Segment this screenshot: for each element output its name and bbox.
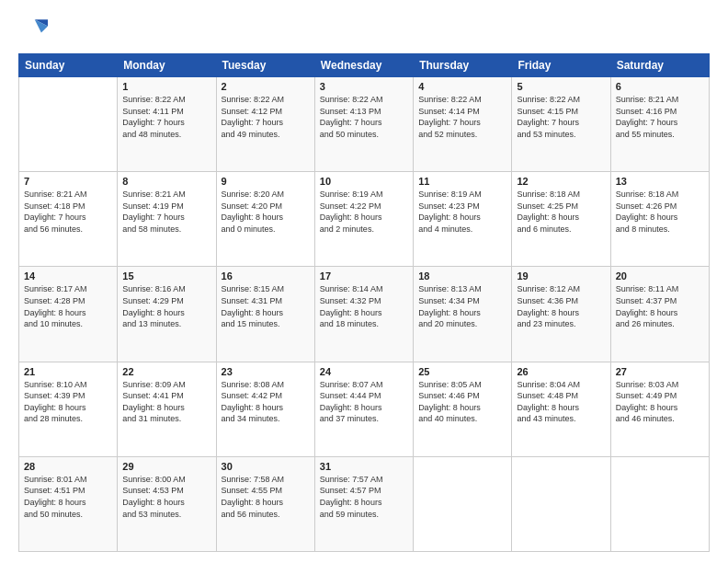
calendar-cell: 2Sunrise: 8:22 AM Sunset: 4:12 PM Daylig…: [216, 77, 314, 172]
calendar-cell: [414, 456, 512, 551]
day-info: Sunrise: 8:22 AM Sunset: 4:15 PM Dayligh…: [517, 94, 605, 140]
calendar-cell: 16Sunrise: 8:15 AM Sunset: 4:31 PM Dayli…: [216, 267, 314, 362]
calendar-cell: 8Sunrise: 8:21 AM Sunset: 4:19 PM Daylig…: [118, 172, 216, 267]
day-number: 3: [320, 81, 408, 92]
day-number: 28: [24, 461, 112, 472]
calendar-week-1: 1Sunrise: 8:22 AM Sunset: 4:11 PM Daylig…: [19, 77, 710, 172]
calendar-cell: 1Sunrise: 8:22 AM Sunset: 4:11 PM Daylig…: [118, 77, 216, 172]
logo: [18, 15, 51, 44]
day-info: Sunrise: 8:13 AM Sunset: 4:34 PM Dayligh…: [418, 283, 506, 329]
day-info: Sunrise: 8:01 AM Sunset: 4:51 PM Dayligh…: [24, 474, 112, 520]
day-number: 21: [24, 366, 112, 377]
calendar-table: SundayMondayTuesdayWednesdayThursdayFrid…: [18, 53, 710, 552]
calendar-cell: 6Sunrise: 8:21 AM Sunset: 4:16 PM Daylig…: [610, 77, 709, 172]
day-number: 7: [24, 176, 112, 187]
calendar-cell: 21Sunrise: 8:10 AM Sunset: 4:39 PM Dayli…: [19, 362, 118, 456]
day-number: 23: [222, 366, 310, 377]
day-number: 9: [222, 176, 310, 187]
day-info: Sunrise: 8:22 AM Sunset: 4:11 PM Dayligh…: [122, 94, 210, 140]
day-info: Sunrise: 8:00 AM Sunset: 4:53 PM Dayligh…: [122, 474, 210, 520]
day-number: 30: [222, 461, 310, 472]
day-info: Sunrise: 8:12 AM Sunset: 4:36 PM Dayligh…: [517, 283, 605, 329]
calendar-cell: 13Sunrise: 8:18 AM Sunset: 4:26 PM Dayli…: [610, 172, 709, 267]
calendar-cell: 17Sunrise: 8:14 AM Sunset: 4:32 PM Dayli…: [314, 267, 413, 362]
day-number: 10: [320, 176, 408, 187]
logo-icon: [18, 15, 48, 44]
day-info: Sunrise: 8:18 AM Sunset: 4:25 PM Dayligh…: [517, 189, 605, 235]
day-info: Sunrise: 8:10 AM Sunset: 4:39 PM Dayligh…: [24, 379, 112, 425]
day-info: Sunrise: 8:18 AM Sunset: 4:26 PM Dayligh…: [616, 189, 704, 235]
col-header-thursday: Thursday: [414, 54, 512, 77]
col-header-wednesday: Wednesday: [314, 54, 413, 77]
day-number: 4: [418, 81, 506, 92]
col-header-sunday: Sunday: [19, 54, 118, 77]
day-info: Sunrise: 8:21 AM Sunset: 4:18 PM Dayligh…: [24, 189, 112, 235]
day-number: 8: [122, 176, 210, 187]
calendar-cell: 5Sunrise: 8:22 AM Sunset: 4:15 PM Daylig…: [512, 77, 610, 172]
day-info: Sunrise: 8:07 AM Sunset: 4:44 PM Dayligh…: [320, 379, 408, 425]
calendar-cell: 27Sunrise: 8:03 AM Sunset: 4:49 PM Dayli…: [610, 362, 709, 456]
day-number: 1: [122, 81, 210, 92]
day-number: 20: [616, 270, 704, 282]
day-info: Sunrise: 8:22 AM Sunset: 4:12 PM Dayligh…: [222, 94, 310, 140]
day-info: Sunrise: 7:57 AM Sunset: 4:57 PM Dayligh…: [320, 474, 408, 520]
day-info: Sunrise: 8:16 AM Sunset: 4:29 PM Dayligh…: [122, 283, 210, 329]
day-info: Sunrise: 8:20 AM Sunset: 4:20 PM Dayligh…: [222, 189, 310, 235]
day-info: Sunrise: 8:14 AM Sunset: 4:32 PM Dayligh…: [320, 283, 408, 329]
calendar-week-3: 14Sunrise: 8:17 AM Sunset: 4:28 PM Dayli…: [19, 267, 710, 362]
day-info: Sunrise: 8:04 AM Sunset: 4:48 PM Dayligh…: [517, 379, 605, 425]
calendar-cell: 15Sunrise: 8:16 AM Sunset: 4:29 PM Dayli…: [118, 267, 216, 362]
day-info: Sunrise: 7:58 AM Sunset: 4:55 PM Dayligh…: [222, 474, 310, 520]
calendar-cell: 11Sunrise: 8:19 AM Sunset: 4:23 PM Dayli…: [414, 172, 512, 267]
day-info: Sunrise: 8:17 AM Sunset: 4:28 PM Dayligh…: [24, 283, 112, 329]
col-header-saturday: Saturday: [610, 54, 709, 77]
day-number: 16: [222, 270, 310, 282]
day-number: 27: [616, 366, 704, 377]
day-info: Sunrise: 8:03 AM Sunset: 4:49 PM Dayligh…: [616, 379, 704, 425]
calendar-cell: 28Sunrise: 8:01 AM Sunset: 4:51 PM Dayli…: [19, 456, 118, 551]
day-number: 19: [517, 270, 605, 282]
calendar-week-2: 7Sunrise: 8:21 AM Sunset: 4:18 PM Daylig…: [19, 172, 710, 267]
calendar-cell: 24Sunrise: 8:07 AM Sunset: 4:44 PM Dayli…: [314, 362, 413, 456]
calendar-cell: [512, 456, 610, 551]
col-header-monday: Monday: [118, 54, 216, 77]
calendar-week-4: 21Sunrise: 8:10 AM Sunset: 4:39 PM Dayli…: [19, 362, 710, 456]
calendar-cell: 18Sunrise: 8:13 AM Sunset: 4:34 PM Dayli…: [414, 267, 512, 362]
day-info: Sunrise: 8:22 AM Sunset: 4:14 PM Dayligh…: [418, 94, 506, 140]
calendar-cell: 19Sunrise: 8:12 AM Sunset: 4:36 PM Dayli…: [512, 267, 610, 362]
day-info: Sunrise: 8:05 AM Sunset: 4:46 PM Dayligh…: [418, 379, 506, 425]
day-info: Sunrise: 8:19 AM Sunset: 4:22 PM Dayligh…: [320, 189, 408, 235]
calendar-cell: 12Sunrise: 8:18 AM Sunset: 4:25 PM Dayli…: [512, 172, 610, 267]
calendar-cell: 4Sunrise: 8:22 AM Sunset: 4:14 PM Daylig…: [414, 77, 512, 172]
col-header-tuesday: Tuesday: [216, 54, 314, 77]
calendar-cell: 9Sunrise: 8:20 AM Sunset: 4:20 PM Daylig…: [216, 172, 314, 267]
day-number: 24: [320, 366, 408, 377]
day-number: 17: [320, 270, 408, 282]
calendar-cell: 30Sunrise: 7:58 AM Sunset: 4:55 PM Dayli…: [216, 456, 314, 551]
col-header-friday: Friday: [512, 54, 610, 77]
calendar-cell: 10Sunrise: 8:19 AM Sunset: 4:22 PM Dayli…: [314, 172, 413, 267]
calendar-cell: 3Sunrise: 8:22 AM Sunset: 4:13 PM Daylig…: [314, 77, 413, 172]
header: [18, 15, 710, 44]
day-info: Sunrise: 8:08 AM Sunset: 4:42 PM Dayligh…: [222, 379, 310, 425]
calendar-cell: 14Sunrise: 8:17 AM Sunset: 4:28 PM Dayli…: [19, 267, 118, 362]
calendar-cell: 20Sunrise: 8:11 AM Sunset: 4:37 PM Dayli…: [610, 267, 709, 362]
calendar-cell: 31Sunrise: 7:57 AM Sunset: 4:57 PM Dayli…: [314, 456, 413, 551]
day-number: 5: [517, 81, 605, 92]
day-info: Sunrise: 8:22 AM Sunset: 4:13 PM Dayligh…: [320, 94, 408, 140]
calendar-cell: 26Sunrise: 8:04 AM Sunset: 4:48 PM Dayli…: [512, 362, 610, 456]
day-number: 2: [222, 81, 310, 92]
day-number: 29: [122, 461, 210, 472]
calendar-cell: 22Sunrise: 8:09 AM Sunset: 4:41 PM Dayli…: [118, 362, 216, 456]
calendar-cell: 7Sunrise: 8:21 AM Sunset: 4:18 PM Daylig…: [19, 172, 118, 267]
calendar-week-5: 28Sunrise: 8:01 AM Sunset: 4:51 PM Dayli…: [19, 456, 710, 551]
day-number: 6: [616, 81, 704, 92]
day-info: Sunrise: 8:15 AM Sunset: 4:31 PM Dayligh…: [222, 283, 310, 329]
day-info: Sunrise: 8:19 AM Sunset: 4:23 PM Dayligh…: [418, 189, 506, 235]
day-number: 18: [418, 270, 506, 282]
calendar-cell: 29Sunrise: 8:00 AM Sunset: 4:53 PM Dayli…: [118, 456, 216, 551]
day-number: 12: [517, 176, 605, 187]
day-info: Sunrise: 8:09 AM Sunset: 4:41 PM Dayligh…: [122, 379, 210, 425]
day-number: 31: [320, 461, 408, 472]
calendar-cell: 25Sunrise: 8:05 AM Sunset: 4:46 PM Dayli…: [414, 362, 512, 456]
